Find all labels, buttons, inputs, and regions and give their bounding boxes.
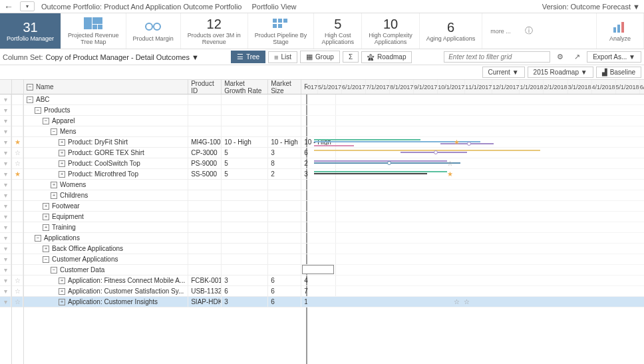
gear-icon[interactable]: ⚙ bbox=[553, 53, 567, 61]
export-button[interactable]: Export As... ▼ bbox=[587, 51, 641, 63]
table-row[interactable]: +Footwear bbox=[24, 201, 336, 212]
row-menu-icon[interactable]: ▾ bbox=[0, 169, 11, 179]
table-row[interactable]: −ABC bbox=[24, 94, 336, 105]
view-list-button[interactable]: ≡List bbox=[268, 51, 297, 63]
row-menu-icon[interactable]: ▾ bbox=[0, 265, 11, 275]
header-growth-rate[interactable]: Market Growth Rate bbox=[222, 80, 268, 94]
timeline-body[interactable]: ★☆★☆☆ bbox=[307, 94, 644, 307]
expand-icon[interactable]: + bbox=[43, 224, 49, 231]
row-menu-icon[interactable]: ▾ bbox=[0, 148, 11, 158]
kpi-aging-apps[interactable]: 6 Aging Applications bbox=[420, 13, 483, 49]
star-icon[interactable] bbox=[12, 116, 23, 126]
row-menu-icon[interactable]: ▾ bbox=[0, 180, 11, 190]
star-icon[interactable] bbox=[12, 94, 23, 104]
collapse-icon[interactable]: − bbox=[27, 96, 33, 103]
table-row[interactable]: −Apparel bbox=[24, 116, 336, 126]
expand-icon[interactable]: + bbox=[59, 139, 65, 146]
expand-icon[interactable]: + bbox=[59, 171, 65, 178]
filter-input[interactable] bbox=[444, 51, 550, 63]
star-icon[interactable] bbox=[12, 105, 23, 115]
row-menu-icon[interactable]: ▾ bbox=[0, 286, 11, 296]
star-icon[interactable] bbox=[12, 126, 23, 136]
header-name[interactable]: −Name bbox=[24, 80, 188, 94]
view-group-button[interactable]: ▦Group bbox=[300, 51, 340, 63]
kpi-more[interactable]: more ... bbox=[482, 28, 519, 35]
table-row[interactable]: +Childrens bbox=[24, 190, 336, 201]
row-menu-icon[interactable]: ▾ bbox=[0, 297, 11, 307]
row-menu-icon[interactable]: ▾ bbox=[0, 137, 11, 147]
expand-icon[interactable]: + bbox=[43, 246, 49, 252]
row-menu-icon[interactable]: ▾ bbox=[0, 244, 11, 254]
row-menu-icon[interactable]: ▾ bbox=[0, 222, 11, 232]
table-row[interactable]: +Training bbox=[24, 222, 336, 233]
table-row[interactable]: +Womens bbox=[24, 180, 336, 190]
view-tree-button[interactable]: ☰Tree bbox=[231, 51, 265, 63]
star-icon[interactable] bbox=[12, 222, 23, 232]
kpi-analyze[interactable]: Analyze bbox=[596, 13, 644, 49]
table-row[interactable]: +Product: Microthred TopSS-5000523 bbox=[24, 169, 336, 180]
header-product-id[interactable]: Product ID bbox=[188, 80, 222, 94]
breadcrumb-item[interactable]: Portfolio View bbox=[252, 3, 297, 11]
table-row[interactable]: −Applications bbox=[24, 233, 336, 244]
gantt-bar[interactable] bbox=[314, 171, 447, 172]
kpi-high-cost[interactable]: 5 High Cost Applications bbox=[314, 13, 362, 49]
collapse-icon[interactable]: − bbox=[43, 256, 49, 263]
collapse-icon[interactable]: − bbox=[51, 267, 57, 273]
expand-icon[interactable]: + bbox=[43, 214, 49, 220]
gantt-milestone[interactable] bbox=[434, 150, 438, 154]
table-row[interactable]: −Customer Applications bbox=[24, 254, 336, 265]
kpi-product-margin[interactable]: Product Margin bbox=[126, 13, 181, 49]
table-row[interactable]: +Back Office Applications bbox=[24, 244, 336, 254]
row-menu-icon[interactable]: ▾ bbox=[0, 158, 11, 168]
kpi-high-complexity[interactable]: 10 High Complexity Applications bbox=[362, 13, 420, 49]
gantt-bar[interactable] bbox=[314, 150, 540, 151]
kpi-revenue-treemap[interactable]: Projected Revenue Tree Map bbox=[61, 13, 126, 49]
star-icon[interactable] bbox=[12, 180, 23, 190]
header-market-size[interactable]: Market Size bbox=[268, 80, 301, 94]
row-menu-icon[interactable]: ▾ bbox=[0, 116, 11, 126]
gantt-bar[interactable] bbox=[314, 173, 427, 174]
table-row[interactable]: +Application: Customer InsightsSIAP-HDK3… bbox=[24, 297, 336, 307]
collapse-all-icon[interactable]: − bbox=[27, 84, 33, 91]
expand-icon[interactable]: + bbox=[59, 299, 65, 305]
baseline-button[interactable]: ▟ Baseline bbox=[596, 67, 641, 78]
version-selector[interactable]: Version: Outcome Forecast ▼ bbox=[542, 3, 640, 11]
row-menu-icon[interactable]: ▾ bbox=[0, 212, 11, 222]
collapse-icon[interactable]: − bbox=[51, 128, 57, 135]
star-icon[interactable]: ☆ bbox=[12, 297, 23, 307]
table-row[interactable]: +Equipment bbox=[24, 212, 336, 222]
expand-icon[interactable]: + bbox=[51, 182, 57, 188]
star-icon[interactable] bbox=[12, 212, 23, 222]
star-icon[interactable] bbox=[12, 233, 23, 243]
nav-dropdown[interactable]: ▾ bbox=[20, 1, 35, 11]
info-icon[interactable]: ⓘ bbox=[519, 13, 539, 49]
breadcrumb-item[interactable]: Outcome Portfolio: Product And Applicati… bbox=[41, 3, 242, 11]
gantt-milestone[interactable] bbox=[387, 161, 391, 165]
expand-icon[interactable]: + bbox=[59, 277, 65, 284]
row-menu-icon[interactable]: ▾ bbox=[0, 233, 11, 243]
star-icon[interactable]: ☆ bbox=[12, 286, 23, 296]
kpi-products-3m[interactable]: 12 Products over 3M in Revenue bbox=[181, 13, 248, 49]
expand-icon[interactable]: + bbox=[43, 203, 49, 210]
collapse-icon[interactable]: − bbox=[43, 118, 49, 124]
table-row[interactable]: −Mens bbox=[24, 126, 336, 137]
expand-icon[interactable]: + bbox=[59, 288, 65, 295]
star-icon[interactable]: ☆ bbox=[12, 275, 23, 285]
columnset-selector[interactable]: Copy of Product Manager - Detail Outcome… bbox=[46, 53, 199, 61]
gantt-milestone[interactable] bbox=[467, 142, 471, 146]
star-icon[interactable]: ☆ bbox=[12, 158, 23, 168]
row-menu-icon[interactable]: ▾ bbox=[0, 275, 11, 285]
roadmap-selector[interactable]: 2015 Roadmap ▼ bbox=[528, 67, 593, 78]
row-menu-icon[interactable]: ▾ bbox=[0, 126, 11, 136]
row-menu-icon[interactable]: ▾ bbox=[0, 254, 11, 264]
collapse-icon[interactable]: − bbox=[35, 235, 41, 242]
table-row[interactable]: +Product: CoolSwitch TopPS-9000582 bbox=[24, 158, 336, 169]
sigma-button[interactable]: Σ bbox=[343, 51, 359, 63]
gantt-bar[interactable] bbox=[314, 145, 354, 146]
table-row[interactable]: +Application: Customer Satisfaction Sy..… bbox=[24, 286, 336, 297]
row-menu-icon[interactable]: ▾ bbox=[0, 105, 11, 115]
share-icon[interactable]: ↗ bbox=[570, 53, 584, 61]
current-selector[interactable]: Current ▼ bbox=[482, 67, 525, 78]
table-row[interactable]: +Product: GORE TEX ShirtCP-3000536 bbox=[24, 148, 336, 158]
star-icon[interactable] bbox=[12, 244, 23, 254]
